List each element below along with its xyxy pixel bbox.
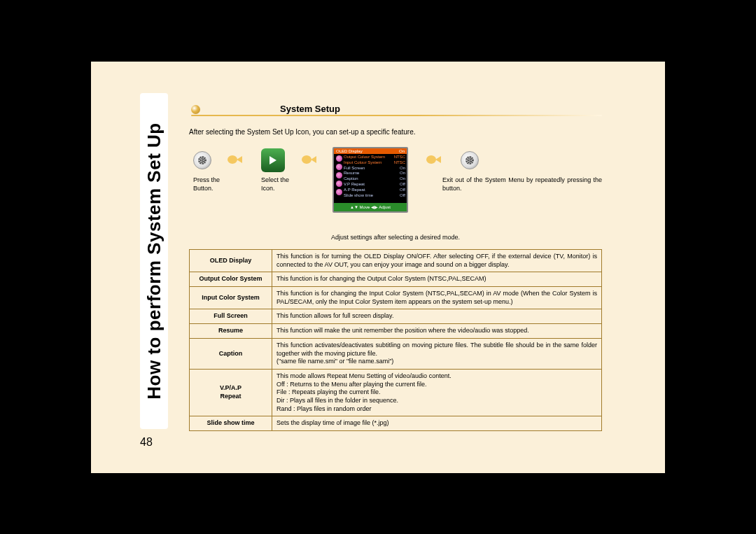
feature-label: Input Color System — [190, 287, 272, 309]
menu-globe-icon — [336, 164, 342, 170]
setup-icon — [261, 148, 285, 172]
header-bullet-icon — [191, 105, 200, 114]
menu-globe-icon — [336, 172, 342, 178]
content-area: System Setup After selecting the System … — [189, 104, 602, 431]
feature-label: OLED Display — [190, 250, 272, 272]
header-underline — [191, 115, 602, 116]
intro-text: After selecting the System Set Up Icon, … — [189, 128, 602, 136]
table-row: Full ScreenThis function allows for full… — [190, 309, 602, 324]
menu-globe-icon — [336, 189, 342, 195]
menu-screenshot: OLED Display On Output Colour SystemNTSC… — [332, 147, 408, 213]
menu-globe-icon — [336, 181, 342, 187]
feature-desc: This function is for changing the Input … — [272, 287, 602, 309]
feature-label: Resume — [190, 324, 272, 339]
features-table: OLED DisplayThis function is for turning… — [189, 249, 602, 431]
screen-list: Output Colour SystemNTSC Input Colour Sy… — [334, 154, 407, 199]
table-row: Output Color SystemThis function is for … — [190, 272, 602, 287]
feature-label: Output Color System — [190, 272, 272, 287]
svg-point-2 — [426, 155, 436, 164]
table-row: V.P/A.P RepeatThis mode allows Repeat Me… — [190, 369, 602, 416]
step-select-text: Select the Icon. — [261, 176, 303, 192]
feature-desc: This function activates/deactivates subt… — [272, 338, 602, 369]
table-row: ResumeThis function will make the unit r… — [190, 324, 602, 339]
feature-label: Full Screen — [190, 309, 272, 324]
feature-label: Slide show time — [190, 416, 272, 431]
feature-desc: This function allows for full screen dis… — [272, 309, 602, 324]
button-icon — [193, 151, 211, 169]
screen-footer: ▲▼ Move ◀▶ Adjust — [334, 203, 407, 211]
sidebar-tab: How to perform System Set Up — [140, 93, 168, 429]
screen-title-left: OLED Display — [336, 149, 363, 153]
table-row: OLED DisplayThis function is for turning… — [190, 250, 602, 272]
svg-point-0 — [227, 155, 237, 164]
sidebar-title: How to perform System Set Up — [144, 122, 165, 399]
feature-desc: This mode allows Repeat Menu Setting of … — [272, 369, 602, 416]
arrow-right-icon — [426, 154, 445, 165]
feature-label: Caption — [190, 338, 272, 369]
adjust-caption: Adjust settings after selecting a desire… — [189, 234, 602, 241]
step-exit-text: Exit out of the System Menu by repeatedl… — [442, 176, 602, 192]
table-row: Input Color SystemThis function is for c… — [190, 287, 602, 309]
feature-label: V.P/A.P Repeat — [190, 369, 272, 416]
table-row: Slide show timeSets the display time of … — [190, 416, 602, 431]
screen-title-right: On — [399, 149, 405, 153]
svg-point-1 — [302, 155, 312, 164]
feature-desc: This function is for changing the Output… — [272, 272, 602, 287]
section-header: System Setup — [189, 104, 602, 118]
feature-desc: Sets the display time of image file (*.j… — [272, 416, 602, 431]
table-row: CaptionThis function activates/deactivat… — [190, 338, 602, 369]
arrow-right-icon — [301, 154, 321, 165]
menu-globe-icon — [336, 155, 342, 162]
button-icon — [461, 151, 479, 169]
page-number: 48 — [140, 436, 153, 449]
step-press-text: Press the Button. — [193, 176, 235, 192]
arrow-right-icon — [227, 154, 246, 165]
feature-desc: This function is for turning the OLED Di… — [272, 250, 602, 272]
feature-desc: This function will make the unit remembe… — [272, 324, 602, 339]
step-row: OLED Display On Output Colour SystemNTSC… — [189, 147, 602, 224]
manual-page: How to perform System Set Up 48 System S… — [91, 62, 665, 473]
section-title: System Setup — [280, 104, 340, 114]
